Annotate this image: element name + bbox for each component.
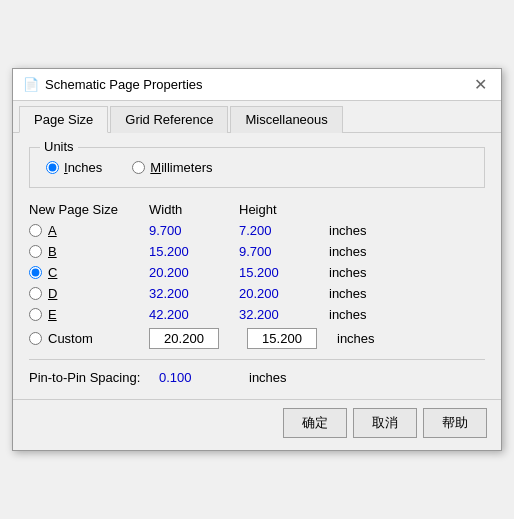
millimeters-option[interactable]: Millimeters [132,160,212,175]
dialog-window: 📄 Schematic Page Properties ✕ Page Size … [12,68,502,451]
units-radio-group: Inches Millimeters [46,156,468,175]
label-custom: Custom [48,331,93,346]
title-bar-left: 📄 Schematic Page Properties [23,77,203,92]
pin-spacing-label: Pin-to-Pin Spacing: [29,370,159,385]
unit-b: inches [329,244,409,259]
col-header-height: Height [239,202,329,217]
units-group-label: Units [40,139,78,154]
window-title: Schematic Page Properties [45,77,203,92]
inches-option[interactable]: Inches [46,160,102,175]
col-header-width: Width [149,202,239,217]
tab-page-size[interactable]: Page Size [19,106,108,133]
pin-spacing-unit: inches [249,370,339,385]
table-row: C 20.200 15.200 inches [29,265,485,280]
tab-grid-reference[interactable]: Grid Reference [110,106,228,133]
label-e: E [48,307,57,322]
label-a: A [48,223,57,238]
unit-e: inches [329,307,409,322]
close-button[interactable]: ✕ [470,75,491,94]
radio-custom[interactable] [29,332,42,345]
dialog-footer: 确定 取消 帮助 [13,399,501,450]
radio-e[interactable] [29,308,42,321]
units-group: Units Inches Millimeters [29,147,485,188]
row-e-label: E [29,307,149,322]
tab-bar: Page Size Grid Reference Miscellaneous [13,101,501,133]
unit-custom: inches [337,331,409,346]
table-row: E 42.200 32.200 inches [29,307,485,322]
height-e: 32.200 [239,307,329,322]
width-e: 42.200 [149,307,239,322]
tab-content: Units Inches Millimeters New Page Size W… [13,133,501,399]
radio-d[interactable] [29,287,42,300]
title-bar: 📄 Schematic Page Properties ✕ [13,69,501,101]
height-d: 20.200 [239,286,329,301]
table-header: New Page Size Width Height [29,202,485,217]
label-c: C [48,265,57,280]
row-d-label: D [29,286,149,301]
height-b: 9.700 [239,244,329,259]
window-icon: 📄 [23,77,39,92]
radio-c[interactable] [29,266,42,279]
radio-b[interactable] [29,245,42,258]
table-row: A 9.700 7.200 inches [29,223,485,238]
width-d: 32.200 [149,286,239,301]
custom-height-input[interactable] [247,328,317,349]
cancel-button[interactable]: 取消 [353,408,417,438]
table-row: Custom inches [29,328,485,349]
pin-spacing-row: Pin-to-Pin Spacing: 0.100 inches [29,359,485,385]
inches-label: Inches [64,160,102,175]
row-c-label: C [29,265,149,280]
width-c: 20.200 [149,265,239,280]
table-row: B 15.200 9.700 inches [29,244,485,259]
row-a-label: A [29,223,149,238]
height-a: 7.200 [239,223,329,238]
ok-button[interactable]: 确定 [283,408,347,438]
tab-miscellaneous[interactable]: Miscellaneous [230,106,342,133]
table-row: D 32.200 20.200 inches [29,286,485,301]
millimeters-radio[interactable] [132,161,145,174]
label-b: B [48,244,57,259]
unit-a: inches [329,223,409,238]
millimeters-label: Millimeters [150,160,212,175]
width-b: 15.200 [149,244,239,259]
row-custom-label: Custom [29,331,149,346]
pin-spacing-value: 0.100 [159,370,249,385]
inches-radio[interactable] [46,161,59,174]
unit-d: inches [329,286,409,301]
row-b-label: B [29,244,149,259]
height-c: 15.200 [239,265,329,280]
width-a: 9.700 [149,223,239,238]
col-header-name: New Page Size [29,202,149,217]
page-size-section: New Page Size Width Height A 9.700 7.200… [29,202,485,349]
radio-a[interactable] [29,224,42,237]
custom-width-input[interactable] [149,328,219,349]
help-button[interactable]: 帮助 [423,408,487,438]
unit-c: inches [329,265,409,280]
label-d: D [48,286,57,301]
